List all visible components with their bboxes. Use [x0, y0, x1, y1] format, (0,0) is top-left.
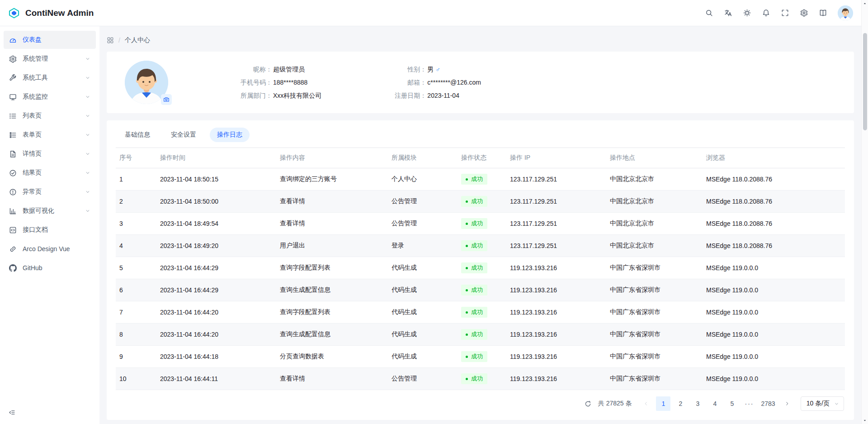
sidebar-item-system-management[interactable]: 系统管理 [4, 50, 96, 68]
fullscreen-button[interactable] [777, 5, 793, 21]
sidebar-item-github[interactable]: GitHub [4, 259, 96, 277]
table-cell: 119.123.193.216 [506, 279, 606, 301]
sidebar-item-system-monitor[interactable]: 系统监控 [4, 88, 96, 106]
app-window: ContiNew Admin 仪表盘系统管理系统工具系统监控列表页表单页详情页结… [0, 0, 861, 424]
sidebar-item-detail-page[interactable]: 详情页 [4, 145, 96, 163]
scrollbar-thumb[interactable] [863, 33, 867, 130]
window-scrollbar[interactable] [861, 0, 868, 424]
next-page-button[interactable] [780, 396, 794, 411]
sidebar-item-form-page[interactable]: 表单页 [4, 126, 96, 144]
table-row: 92023-11-04 16:44:18分页查询数据表代码生成成功119.123… [116, 346, 845, 368]
chevron-down-icon [85, 132, 90, 138]
sidebar-item-system-tools[interactable]: 系统工具 [4, 69, 96, 87]
table-cell: 成功 [458, 168, 506, 191]
table-cell: MSEdge 119.0.0.0 [703, 368, 845, 390]
profile-field: 手机号码：188****8888 [227, 77, 321, 88]
table-cell: 2023-11-04 18:49:54 [156, 213, 276, 235]
top-header: ContiNew Admin [0, 0, 861, 26]
profile-field-value: 188****8888 [273, 77, 307, 88]
page-button-1[interactable]: 1 [656, 396, 670, 411]
scroll-up-arrow[interactable] [862, 0, 868, 7]
app-logo[interactable]: ContiNew Admin [7, 6, 94, 20]
chevron-down-icon [85, 94, 90, 100]
menu-label: Arco Design Vue [23, 245, 90, 252]
table-header-row: 序号操作时间操作内容所属模块操作状态操作 IP操作地点浏览器 [116, 148, 845, 168]
dashboard-icon [9, 36, 17, 44]
status-badge: 成功 [461, 307, 487, 318]
tab-basic-info[interactable]: 基础信息 [118, 128, 157, 142]
page-button-3[interactable]: 3 [690, 396, 705, 411]
menu-label: 仪表盘 [23, 36, 90, 44]
footer-copyright: Copyright © 2022-present Charles7c · v1.… [107, 420, 854, 424]
monitor-icon [9, 93, 17, 101]
scroll-down-arrow[interactable] [862, 417, 868, 424]
profile-field: 邮箱：c********@126.com [389, 77, 481, 88]
table-cell: 中国北京北京市 [606, 191, 703, 213]
table-cell: MSEdge 119.0.0.0 [703, 257, 845, 279]
chevron-down-icon [85, 208, 90, 214]
page-size-select[interactable]: 10 条/页 [801, 396, 844, 411]
table-cell: 119.123.193.216 [506, 368, 606, 390]
menu-label: 接口文档 [23, 226, 90, 234]
table-cell: 中国广东省深圳市 [606, 279, 703, 301]
sidebar-item-dashboard[interactable]: 仪表盘 [4, 31, 96, 49]
sidebar-item-arco-design-vue[interactable]: Arco Design Vue [4, 240, 96, 258]
tabs-bar: 基础信息安全设置操作日志 [116, 127, 845, 148]
notifications-button[interactable] [758, 5, 774, 21]
chevron-down-icon [85, 113, 90, 119]
table-column-header: 操作内容 [276, 148, 388, 168]
translate-button[interactable] [720, 5, 736, 21]
theme-button[interactable] [739, 5, 755, 21]
caret-up-icon [863, 2, 867, 5]
table-cell: 2 [116, 191, 156, 213]
page-button-2[interactable]: 2 [673, 396, 688, 411]
table-cell: 成功 [458, 346, 506, 368]
breadcrumb-current: 个人中心 [125, 36, 150, 44]
prev-page-button[interactable] [639, 396, 653, 411]
chevron-down-icon [85, 56, 90, 62]
bar-chart-icon [9, 207, 17, 215]
table-cell: 查询生成配置信息 [276, 324, 388, 346]
chevron-left-icon [643, 401, 649, 406]
change-avatar-button[interactable] [161, 94, 172, 105]
sidebar-item-list-page[interactable]: 列表页 [4, 107, 96, 125]
sidebar-item-result-page[interactable]: 结果页 [4, 164, 96, 182]
table-cell: 查看详情 [276, 191, 388, 213]
page-button-2783[interactable]: 2783 [759, 396, 777, 411]
sidebar-item-api-docs[interactable]: 接口文档 [4, 221, 96, 239]
main-content: / 个人中心 昵称：超级管理员手机号码：188****8888所属部门：Xxx科… [99, 26, 861, 424]
search-button[interactable] [701, 5, 717, 21]
status-label: 成功 [471, 286, 483, 294]
user-avatar[interactable] [838, 5, 853, 21]
status-dot-icon [466, 289, 468, 291]
sidebar-item-exception-page[interactable]: 异常页 [4, 183, 96, 201]
gear-icon [800, 9, 808, 17]
settings-button[interactable] [796, 5, 811, 21]
sun-icon [743, 9, 751, 17]
table-cell: 代码生成 [388, 301, 458, 324]
status-badge: 成功 [461, 373, 487, 384]
status-dot-icon [466, 378, 468, 380]
docs-button[interactable] [815, 5, 830, 21]
tab-operation-log[interactable]: 操作日志 [210, 128, 250, 142]
refresh-button[interactable] [582, 397, 594, 410]
sidebar-item-data-visualization[interactable]: 数据可视化 [4, 202, 96, 220]
table-cell: 2023-11-04 18:49:20 [156, 235, 276, 257]
table-cell: 2023-11-04 16:44:18 [156, 346, 276, 368]
sidebar-collapse-button[interactable] [5, 406, 18, 419]
status-dot-icon [466, 333, 468, 336]
apps-icon[interactable] [107, 37, 114, 44]
profile-field-label: 邮箱： [389, 77, 426, 88]
table-cell: 成功 [458, 213, 506, 235]
table-cell: 2023-11-04 16:44:20 [156, 301, 276, 324]
page-button-5[interactable]: 5 [725, 396, 739, 411]
status-dot-icon [466, 267, 468, 269]
table-cell: 中国广东省深圳市 [606, 368, 703, 390]
chevron-down-icon [85, 151, 90, 157]
table-cell: 123.117.129.251 [506, 191, 606, 213]
breadcrumb: / 个人中心 [99, 26, 861, 52]
fullscreen-icon [781, 9, 789, 17]
tab-security-settings[interactable]: 安全设置 [164, 128, 203, 142]
status-badge: 成功 [461, 351, 487, 362]
page-button-4[interactable]: 4 [708, 396, 722, 411]
